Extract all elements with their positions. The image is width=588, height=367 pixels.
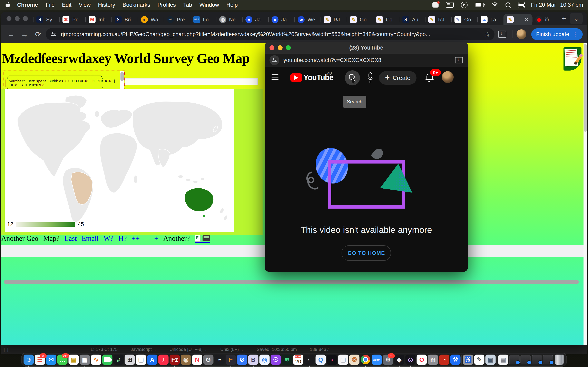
terminal[interactable]: >_: [304, 355, 315, 365]
create-button[interactable]: + Create: [379, 71, 416, 85]
photo-app[interactable]: ▣: [485, 355, 496, 365]
go-to-home-button[interactable]: GO TO HOME: [342, 245, 391, 261]
browser-menu-kebab-icon[interactable]: ⋮: [572, 31, 578, 38]
podcasts[interactable]: ☉: [271, 355, 281, 365]
terminal-green-app[interactable]: ≋: [282, 355, 292, 365]
minimized-window-2[interactable]: [521, 355, 531, 365]
site-settings-icon[interactable]: [269, 55, 279, 65]
title-text-input[interactable]: [125, 78, 258, 85]
page-link-icons[interactable]: [195, 235, 210, 243]
calendar[interactable]: MAR 20: [293, 355, 303, 365]
white-doc-app[interactable]: ▢: [338, 355, 348, 365]
notes-pencil-app[interactable]: ✎: [474, 355, 484, 365]
xcode[interactable]: ⚒: [450, 355, 461, 365]
menu-item[interactable]: Help: [226, 2, 238, 8]
brown-app[interactable]: ◉: [181, 355, 191, 365]
world-map[interactable]: [5, 89, 234, 232]
tooltip-textarea[interactable]: ________________________________________…: [3, 71, 125, 91]
browser-tab[interactable]: brit Pre: [164, 14, 190, 25]
page-link[interactable]: Map?: [43, 234, 60, 243]
browser-tab[interactable]: ◉ ifr: [532, 14, 558, 25]
quicktime[interactable]: Q: [316, 355, 326, 365]
page-link[interactable]: Email: [82, 234, 99, 243]
chrome[interactable]: [361, 355, 371, 365]
browser-tab[interactable]: ✎ Co: [373, 14, 399, 25]
bookmark-star-icon[interactable]: ☆: [484, 30, 490, 38]
page-link[interactable]: +: [154, 234, 158, 243]
browser-tab[interactable]: » Ja: [268, 14, 294, 25]
address-bar[interactable]: rjmprogramming.com.au/PHP/GeoChart/geo_c…: [46, 28, 494, 40]
minimized-window-1[interactable]: [509, 355, 520, 365]
browser-tab[interactable]: S Bri: [112, 14, 138, 25]
spotlight-icon[interactable]: [506, 2, 510, 7]
textedit[interactable]: ▢: [136, 355, 146, 365]
page-link[interactable]: ++: [132, 234, 140, 243]
gimp[interactable]: G: [203, 355, 214, 365]
mamp[interactable]: m: [428, 355, 438, 365]
tab-close-icon[interactable]: ✕: [524, 17, 529, 23]
menu-item[interactable]: Window: [199, 2, 219, 8]
page-scrollbar[interactable]: [584, 43, 587, 345]
statusbar-segment[interactable]: JavaScript ⌄: [131, 347, 156, 352]
menu-item[interactable]: Bookmarks: [122, 2, 150, 8]
youtube-avatar[interactable]: [442, 71, 454, 83]
hamburger-menu-icon[interactable]: [272, 75, 278, 82]
menu-item[interactable]: Edit: [62, 2, 72, 8]
menu-item[interactable]: History: [98, 2, 115, 8]
menubar-clock[interactable]: Fri 20 Mar 10:37 pm: [531, 2, 583, 8]
bbedit[interactable]: B: [248, 355, 259, 365]
safari[interactable]: ◎: [259, 355, 270, 365]
profile-avatar[interactable]: [517, 29, 526, 39]
horizontal-scrollbar-thumb[interactable]: [4, 280, 579, 284]
browser-tab[interactable]: ✎ RJ: [425, 14, 451, 25]
menu-item[interactable]: Tab: [183, 2, 192, 8]
curves-app[interactable]: ∿: [91, 355, 101, 365]
firefox[interactable]: F: [226, 355, 236, 365]
system-settings[interactable]: ⚙ 2: [383, 355, 393, 365]
facetime[interactable]: [102, 355, 112, 365]
browser-tab[interactable]: ✽ Po: [59, 14, 85, 25]
app-store[interactable]: A: [147, 355, 157, 365]
keyboard-status-icon[interactable]: [446, 2, 454, 8]
world-map-canvas[interactable]: 12 45: [5, 89, 234, 232]
mail[interactable]: ✉: [46, 355, 56, 365]
youtube-logo[interactable]: YouTube: [290, 73, 333, 82]
dev-dark-app[interactable]: #: [113, 355, 124, 365]
page-link[interactable]: H?: [118, 234, 127, 243]
page-link[interactable]: Another?: [163, 234, 190, 243]
downloads-tray-icon[interactable]: [498, 31, 506, 38]
statusbar-segment[interactable]: Saved: 10:36:50 pm: [257, 347, 297, 352]
spreadsheet-icon[interactable]: [195, 235, 200, 242]
block-app[interactable]: ⊘: [237, 355, 247, 365]
browser-tab[interactable]: ✎ Go: [347, 14, 373, 25]
browser-tab[interactable]: » Ja: [242, 14, 268, 25]
browser-tab[interactable]: ✎ ✕: [503, 14, 532, 25]
dock-separator-1[interactable]: [462, 355, 462, 365]
finder[interactable]: ☺: [24, 355, 34, 365]
browser-tab[interactable]: SAP Lo: [190, 14, 216, 25]
music[interactable]: ♪: [158, 355, 169, 365]
browser-tab[interactable]: S Au: [399, 14, 425, 25]
screen-record-status-icon[interactable]: [432, 2, 439, 8]
notes[interactable]: ▤: [69, 355, 79, 365]
documents-stack[interactable]: ▤: [498, 355, 508, 365]
forward-button[interactable]: →: [19, 29, 30, 40]
control-center-icon[interactable]: [518, 2, 525, 8]
statusbar-segment[interactable]: 189,846 /: [310, 347, 329, 352]
pixelmator[interactable]: ❂: [349, 355, 360, 365]
filezilla[interactable]: Fz: [170, 355, 180, 365]
browser-tab[interactable]: ✎ Go: [451, 14, 477, 25]
open-in-app-icon[interactable]: [455, 57, 463, 63]
browser-tab[interactable]: ☁ La: [477, 14, 503, 25]
dock-separator-2[interactable]: [497, 355, 497, 365]
browser-tab[interactable]: ◍ Ne: [216, 14, 242, 25]
browser-tab[interactable]: ● Wa: [138, 14, 164, 25]
tab-search-chevron-button[interactable]: ⌄: [570, 13, 583, 24]
browser-tab[interactable]: M Inb: [85, 14, 112, 25]
window-traffic-lights[interactable]: [7, 16, 28, 21]
apple-tv[interactable]: tv: [215, 355, 225, 365]
calculator[interactable]: ⊞: [125, 355, 135, 365]
playback-status-icon[interactable]: [461, 2, 467, 8]
zoom[interactable]: zoom: [372, 355, 382, 365]
site-settings-icon[interactable]: [50, 31, 57, 38]
